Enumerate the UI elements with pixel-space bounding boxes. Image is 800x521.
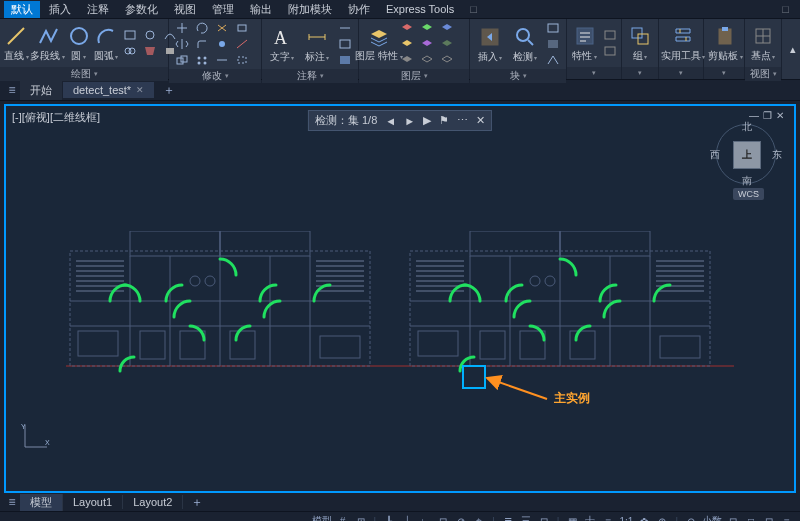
mini-tool[interactable] bbox=[121, 44, 139, 58]
status-btn[interactable]: ⊡ bbox=[726, 514, 740, 521]
viewcube-face[interactable]: 上 bbox=[733, 141, 761, 169]
layout-tab-2[interactable]: Layout2 bbox=[123, 495, 183, 509]
play-icon[interactable]: ▶ bbox=[423, 114, 431, 127]
more-icon[interactable]: ⋯ bbox=[457, 114, 468, 127]
fillet-icon[interactable] bbox=[193, 37, 211, 51]
utilities-button[interactable]: 实用工具 bbox=[663, 21, 703, 65]
close-button[interactable]: ✕ bbox=[776, 110, 788, 121]
basepoint-button[interactable]: 基点 bbox=[749, 21, 777, 65]
status-btn[interactable]: ≡ bbox=[601, 514, 615, 521]
status-btn[interactable]: ⊡ bbox=[436, 514, 450, 521]
next-icon[interactable]: ► bbox=[404, 115, 415, 127]
flag-icon[interactable]: ⚑ bbox=[439, 114, 449, 127]
mini-tool[interactable] bbox=[336, 37, 354, 51]
detect-toolbar[interactable]: 检测：集 1/8 ◄ ► ▶ ⚑ ⋯ ✕ bbox=[308, 110, 492, 131]
mini-tool[interactable] bbox=[141, 44, 159, 58]
ucs-icon[interactable]: XY bbox=[21, 421, 51, 451]
mini-tool[interactable] bbox=[336, 21, 354, 35]
mini-tool[interactable] bbox=[438, 21, 456, 35]
viewcube-east[interactable]: 东 bbox=[772, 148, 782, 162]
panel-title[interactable] bbox=[567, 67, 621, 79]
mini-tool[interactable] bbox=[398, 37, 416, 51]
panel-title[interactable]: 修改 bbox=[169, 69, 261, 83]
line-button[interactable]: 直线 bbox=[4, 21, 29, 65]
mini-tool[interactable] bbox=[233, 21, 251, 35]
status-btn[interactable]: ⊘ bbox=[454, 514, 468, 521]
view-label[interactable]: [-][俯视][二维线框] bbox=[12, 110, 100, 125]
status-btn[interactable]: 三 bbox=[519, 514, 533, 521]
menu-item-3[interactable]: 参数化 bbox=[118, 1, 165, 18]
menu-item-9[interactable]: Express Tools bbox=[379, 2, 461, 16]
insert-button[interactable]: 插入 bbox=[474, 22, 506, 66]
mini-tool[interactable] bbox=[141, 28, 159, 42]
mini-tool[interactable] bbox=[438, 37, 456, 51]
status-btn[interactable]: ∟ bbox=[418, 514, 432, 521]
mirror-icon[interactable] bbox=[173, 37, 191, 51]
drawing-viewport[interactable]: [-][俯视][二维线框] —❐✕ 检测：集 1/8 ◄ ► ▶ ⚑ ⋯ ✕ 上… bbox=[4, 104, 796, 493]
status-btn[interactable]: ⊙ bbox=[684, 514, 698, 521]
status-btn[interactable]: 十 bbox=[583, 514, 597, 521]
status-btn[interactable]: ✿ bbox=[637, 514, 651, 521]
panel-title[interactable] bbox=[659, 67, 703, 79]
close-icon[interactable]: ✕ bbox=[136, 85, 144, 95]
mini-tool[interactable] bbox=[233, 53, 251, 67]
status-scale[interactable]: 1:1 bbox=[619, 514, 633, 521]
mini-tool[interactable] bbox=[438, 53, 456, 67]
detect-button[interactable]: 检测 bbox=[509, 22, 541, 66]
menu-item-0[interactable]: 默认 bbox=[4, 1, 40, 18]
arc-button[interactable]: 圆弧 bbox=[94, 21, 119, 65]
mini-tool[interactable] bbox=[418, 21, 436, 35]
add-layout-button[interactable]: ＋ bbox=[183, 492, 211, 513]
status-btn[interactable]: ┣ bbox=[382, 514, 396, 521]
panel-title[interactable]: 注释 bbox=[262, 69, 358, 83]
mini-tool[interactable] bbox=[233, 37, 251, 51]
mini-tool[interactable] bbox=[544, 21, 562, 35]
scale-icon[interactable] bbox=[173, 53, 191, 67]
status-btn[interactable]: ⌖ bbox=[472, 514, 486, 521]
panel-title[interactable]: 图层 bbox=[359, 69, 469, 83]
status-btn[interactable]: ⊡ bbox=[762, 514, 776, 521]
panel-title[interactable]: 视图 bbox=[745, 67, 781, 81]
trim-icon[interactable] bbox=[213, 21, 231, 35]
hamburger-icon[interactable]: ≡ bbox=[4, 495, 20, 509]
status-menu[interactable]: ≡ bbox=[780, 514, 794, 521]
ribbon-collapse-button[interactable]: ▴ bbox=[786, 19, 800, 79]
menu-item-4[interactable]: 视图 bbox=[167, 1, 203, 18]
array-icon[interactable] bbox=[193, 53, 211, 67]
mini-tool[interactable] bbox=[544, 53, 562, 67]
status-units[interactable]: 小数 bbox=[702, 514, 722, 521]
viewcube[interactable]: 上 北 南 东 西 bbox=[716, 124, 776, 184]
mini-tool[interactable] bbox=[121, 28, 139, 42]
mini-tool[interactable] bbox=[213, 37, 231, 51]
layer-properties-button[interactable]: 图层 特性 bbox=[363, 22, 395, 66]
polyline-button[interactable]: 多段线 bbox=[32, 21, 64, 65]
viewcube-west[interactable]: 西 bbox=[710, 148, 720, 162]
menu-app-icon[interactable]: □ bbox=[463, 2, 484, 16]
mini-tool[interactable] bbox=[418, 53, 436, 67]
status-btn[interactable]: ⊕ bbox=[655, 514, 669, 521]
wcs-label[interactable]: WCS bbox=[733, 188, 764, 200]
mini-tool[interactable] bbox=[398, 21, 416, 35]
status-btn[interactable]: ⊡ bbox=[537, 514, 551, 521]
clipboard-button[interactable]: 剪贴板 bbox=[708, 21, 743, 65]
status-btn[interactable]: ≣ bbox=[501, 514, 515, 521]
panel-title[interactable] bbox=[622, 67, 658, 79]
status-btn[interactable]: □ bbox=[744, 514, 758, 521]
panel-title[interactable] bbox=[704, 67, 744, 79]
menu-item-7[interactable]: 附加模块 bbox=[281, 1, 339, 18]
mini-tool[interactable] bbox=[601, 44, 619, 58]
file-tab-document[interactable]: detect_test*✕ bbox=[63, 82, 155, 98]
menu-item-2[interactable]: 注释 bbox=[80, 1, 116, 18]
status-model[interactable]: 模型 bbox=[312, 514, 332, 521]
menu-item-8[interactable]: 协作 bbox=[341, 1, 377, 18]
properties-button[interactable]: 特性 bbox=[571, 21, 598, 65]
prev-icon[interactable]: ◄ bbox=[385, 115, 396, 127]
menu-help-icon[interactable]: □ bbox=[775, 2, 796, 16]
move-icon[interactable] bbox=[173, 21, 191, 35]
layout-tab-1[interactable]: Layout1 bbox=[63, 495, 123, 509]
rotate-icon[interactable] bbox=[193, 21, 211, 35]
menu-item-5[interactable]: 管理 bbox=[205, 1, 241, 18]
viewcube-south[interactable]: 南 bbox=[742, 174, 752, 188]
status-btn[interactable]: ▦ bbox=[565, 514, 579, 521]
status-btn[interactable]: # bbox=[336, 514, 350, 521]
